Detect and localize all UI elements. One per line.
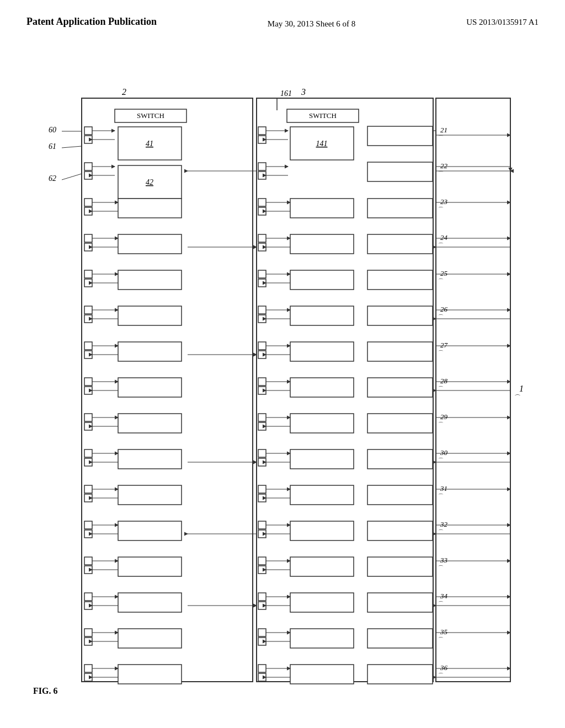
svg-rect-220 [258,602,266,609]
svg-rect-116 [258,351,266,358]
svg-rect-26 [258,127,266,135]
svg-rect-144 [258,414,266,421]
svg-rect-65 [84,243,92,251]
svg-rect-1 [82,98,253,682]
svg-rect-81 [84,279,92,287]
svg-text:62: 62 [49,174,56,183]
figure-label: FIG. 6 [33,686,57,696]
svg-rect-2 [257,98,433,682]
svg-rect-20 [290,127,354,160]
svg-rect-40 [258,172,266,179]
svg-rect-125 [84,387,92,394]
svg-rect-236 [290,629,354,648]
svg-text:⌒: ⌒ [514,394,521,402]
svg-rect-219 [258,593,266,601]
svg-text:⌒: ⌒ [438,170,444,176]
svg-rect-71 [258,243,266,251]
svg-rect-0 [436,98,510,682]
svg-text:⌒: ⌒ [438,206,444,212]
svg-rect-189 [258,521,266,529]
svg-rect-55 [258,199,266,206]
svg-text:⌒: ⌒ [438,386,444,392]
svg-rect-50 [84,199,92,206]
svg-rect-85 [258,270,266,278]
svg-rect-204 [258,557,266,565]
svg-text:22: 22 [440,162,448,170]
svg-text:41: 41 [146,140,153,148]
svg-rect-149 [367,414,433,433]
svg-rect-100 [258,315,266,323]
svg-text:SWITCH: SWITCH [137,111,164,120]
svg-rect-239 [367,629,433,648]
svg-rect-190 [258,530,266,538]
svg-text:⌒: ⌒ [438,242,444,248]
svg-rect-90 [367,270,433,290]
diagram-svg: 2 3 1 ⌒ 161 SWITCH SWITCH 60 61 62 41 42… [33,83,541,700]
svg-rect-161 [290,449,354,469]
svg-text:30: 30 [440,448,448,457]
svg-rect-209 [367,557,433,576]
svg-text:⌒: ⌒ [438,672,444,678]
figure-diagram: 2 3 1 ⌒ 161 SWITCH SWITCH 60 61 62 41 42… [33,83,541,700]
svg-rect-153 [84,449,92,457]
svg-rect-201 [118,557,182,576]
svg-rect-23 [84,136,92,143]
svg-rect-104 [367,306,433,325]
label-2: 2 [122,87,126,97]
svg-rect-52 [118,199,182,218]
svg-rect-191 [290,521,354,540]
svg-text:26: 26 [440,305,448,313]
svg-text:161: 161 [280,89,292,98]
svg-rect-160 [258,458,266,466]
svg-text:141: 141 [316,140,328,148]
svg-text:⌒: ⌒ [438,565,444,571]
svg-rect-134 [367,378,433,397]
svg-rect-57 [290,199,354,218]
svg-rect-194 [367,521,433,540]
svg-rect-64 [84,234,92,242]
svg-rect-224 [367,593,433,612]
publication-title: Patent Application Publication [26,15,157,28]
svg-text:34: 34 [440,592,448,600]
svg-text:⌒: ⌒ [438,350,444,356]
svg-rect-95 [84,315,92,323]
svg-rect-154 [84,458,92,466]
svg-rect-80 [84,270,92,278]
svg-text:⌒: ⌒ [438,135,444,141]
svg-text:42: 42 [146,178,153,186]
label-1: 1 [519,384,524,393]
svg-rect-56 [258,207,266,215]
svg-text:33: 33 [440,556,448,564]
svg-rect-36 [84,172,92,179]
svg-rect-94 [84,306,92,314]
svg-rect-170 [84,494,92,502]
svg-rect-18 [118,165,182,199]
svg-rect-66 [118,234,182,254]
svg-rect-60 [367,199,433,218]
svg-text:⌒: ⌒ [438,457,444,463]
svg-text:35: 35 [440,628,448,636]
svg-rect-75 [367,234,433,254]
svg-rect-199 [84,557,92,565]
svg-rect-109 [84,342,92,350]
svg-text:31: 31 [440,484,447,493]
svg-rect-141 [118,414,182,433]
svg-rect-221 [290,593,354,612]
patent-number: US 2013/0135917 A1 [466,15,539,27]
svg-text:⌒: ⌒ [438,601,444,607]
svg-rect-22 [84,127,92,135]
svg-rect-230 [84,638,92,645]
svg-rect-243 [84,665,92,672]
sheet-info: May 30, 2013 Sheet 6 of 8 [268,15,356,30]
svg-rect-110 [84,351,92,358]
svg-rect-117 [290,342,354,361]
svg-rect-72 [290,234,354,254]
svg-rect-96 [118,306,182,325]
svg-text:⌒: ⌒ [438,278,444,284]
svg-rect-234 [258,629,266,636]
page-header: Patent Application Publication May 30, 2… [0,0,565,30]
svg-rect-130 [258,387,266,394]
svg-rect-145 [258,422,266,430]
svg-text:24: 24 [440,233,448,242]
svg-rect-39 [258,163,266,170]
